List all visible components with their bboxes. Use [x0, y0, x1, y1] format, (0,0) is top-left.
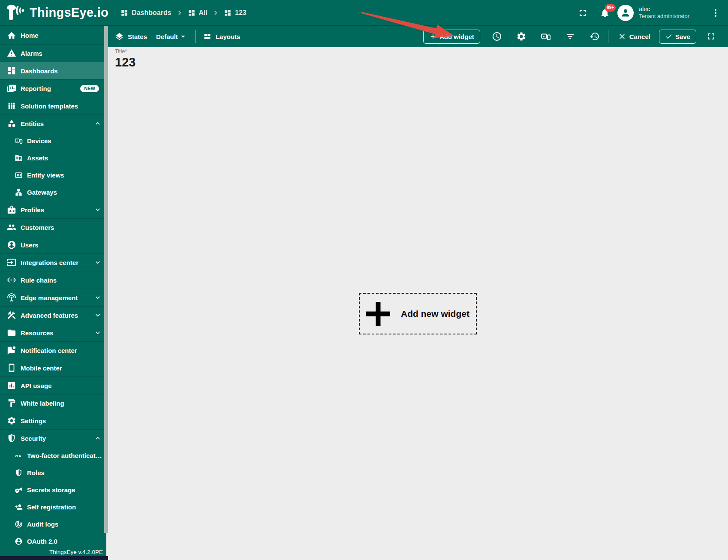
sidebar-item-label: Customers [21, 224, 54, 231]
sidebar-item-label: Roles [27, 469, 45, 476]
app-logo[interactable]: ThingsEye.io [4, 3, 108, 22]
sidebar-item-two-factor-authenticati[interactable]: 2FATwo-factor authenticati… [0, 447, 106, 464]
sidebar-item-label: Users [21, 241, 39, 249]
sidebar-item-profiles[interactable]: Profiles [0, 201, 106, 218]
user-avatar[interactable] [617, 5, 634, 21]
sidebar-item-label: Integrations center [21, 259, 78, 266]
layouts-button[interactable]: Layouts [203, 32, 241, 41]
sidebar-item-audit-logs[interactable]: Audit logs [0, 515, 106, 533]
sidebar-item-label: Alarms [21, 50, 42, 57]
version-history-button[interactable] [589, 31, 600, 42]
secrets-storage-icon [15, 486, 23, 494]
integrations-center-icon [7, 258, 16, 267]
person-icon [619, 6, 632, 19]
breadcrumb-label: All [199, 9, 208, 17]
states-button[interactable]: States Default [115, 32, 188, 41]
two-factor-icon: 2FA [15, 452, 23, 460]
save-button[interactable]: Save [659, 30, 696, 44]
states-label: States [128, 33, 147, 40]
devices-icon [15, 137, 23, 145]
settings-gear-button[interactable] [516, 31, 527, 42]
cancel-label: Cancel [629, 33, 650, 40]
sidebar-item-reporting[interactable]: ReportingNEW [0, 79, 106, 97]
sidebar-item-advanced-features[interactable]: Advanced features [0, 306, 106, 324]
sidebar-item-solution-templates[interactable]: Solution templates [0, 97, 106, 114]
sidebar-item-alarms[interactable]: Alarms [0, 44, 106, 62]
cancel-button[interactable]: Cancel [616, 32, 652, 41]
check-icon [665, 33, 673, 40]
state-select[interactable]: Default [156, 32, 188, 41]
title-field-value[interactable]: 123 [115, 55, 728, 69]
sidebar-item-label: Advanced features [21, 312, 78, 319]
sidebar-item-dashboards[interactable]: Dashboards [0, 62, 106, 79]
dashboard-title-field[interactable]: Title* 123 [106, 47, 728, 69]
user-name: alec [639, 5, 689, 13]
sidebar-item-label: Rule chains [21, 277, 57, 284]
fullscreen-toggle-button[interactable] [577, 7, 588, 18]
big-plus-icon [366, 302, 390, 326]
roles-icon [15, 469, 23, 477]
sidebar-item-label: White labeling [21, 400, 64, 407]
sidebar-item-assets[interactable]: Assets [0, 149, 106, 166]
audit-logs-icon [15, 520, 23, 528]
sidebar-scrollbar[interactable] [104, 26, 108, 533]
breadcrumb-item-all[interactable]: All [188, 9, 208, 17]
more-options-button[interactable] [710, 7, 721, 18]
sidebar-item-notification-center[interactable]: Notification center [0, 341, 106, 359]
user-role: Tenant administrator [639, 13, 689, 20]
api-usage-icon [7, 381, 16, 390]
assets-icon [15, 154, 23, 162]
sidebar-item-label: Edge management [21, 294, 78, 301]
sidebar-item-mobile-center[interactable]: Mobile center [0, 359, 106, 376]
entity-views-icon [15, 171, 23, 179]
bottom-edge-strip [0, 556, 108, 560]
rule-chains-icon [7, 275, 16, 285]
sidebar-item-edge-management[interactable]: Edge management [0, 289, 106, 306]
sidebar-item-label: Entities [21, 120, 44, 127]
sidebar-item-settings[interactable]: Settings [0, 412, 106, 429]
sidebar-item-users[interactable]: Users [0, 236, 106, 253]
sidebar-item-integrations-center[interactable]: Integrations center [0, 253, 106, 271]
filter-button[interactable] [565, 31, 576, 42]
sidebar-item-rule-chains[interactable]: Rule chains [0, 271, 106, 289]
home-icon [7, 31, 16, 40]
time-window-button[interactable] [491, 31, 502, 42]
sidebar-item-customers[interactable]: Customers [0, 218, 106, 236]
sidebar-item-secrets-storage[interactable]: Secrets storage [0, 481, 106, 498]
notifications-count-badge: 99+ [605, 4, 616, 12]
sidebar-item-security[interactable]: Security [0, 429, 106, 447]
toolbar-divider [195, 30, 196, 43]
sidebar-item-self-registration[interactable]: Self registration [0, 498, 106, 515]
sidebar-item-gateways[interactable]: Gateways [0, 184, 106, 201]
breadcrumb-item-dashboards[interactable]: Dashboards [120, 9, 171, 17]
add-new-widget-box[interactable]: Add new widget [359, 293, 477, 334]
toolbar-fullscreen-button[interactable] [706, 31, 717, 42]
state-selected-value: Default [156, 33, 178, 40]
sidebar-item-oauth-2-0[interactable]: OAuth 2.0 [0, 533, 106, 550]
entity-aliases-button[interactable] [540, 31, 551, 42]
sidebar-item-resources[interactable]: Resources [0, 324, 106, 341]
sidebar-item-home[interactable]: Home [0, 27, 106, 44]
sidebar-item-api-usage[interactable]: API usage [0, 376, 106, 394]
caret-down-icon [178, 32, 188, 41]
entity-aliases-icon [541, 31, 551, 42]
chevron-down-icon [93, 205, 102, 214]
layers-icon [115, 32, 124, 41]
sidebar-item-entity-views[interactable]: Entity views [0, 166, 106, 184]
sidebar-item-roles[interactable]: Roles [0, 464, 106, 481]
time-window-icon [492, 31, 502, 42]
top-app-bar: ThingsEye.io DashboardsAll123 99+ alec T… [0, 0, 728, 26]
sidebar-item-label: Settings [21, 417, 46, 425]
entities-icon [7, 119, 16, 128]
sidebar-item-devices[interactable]: Devices [0, 132, 106, 149]
sidebar-item-label: Solution templates [21, 102, 78, 110]
sidebar-item-label: OAuth 2.0 [27, 538, 57, 545]
dashboards-icon [120, 9, 128, 17]
resources-icon [7, 328, 16, 337]
add-widget-button[interactable]: Add widget [423, 30, 480, 44]
sidebar-item-entities[interactable]: Entities [0, 114, 106, 132]
sidebar-item-label: API usage [21, 382, 52, 389]
sidebar-item-white-labeling[interactable]: White labeling [0, 394, 106, 412]
user-menu[interactable]: alec Tenant administrator [639, 5, 689, 20]
breadcrumb-item-123[interactable]: 123 [224, 9, 247, 17]
